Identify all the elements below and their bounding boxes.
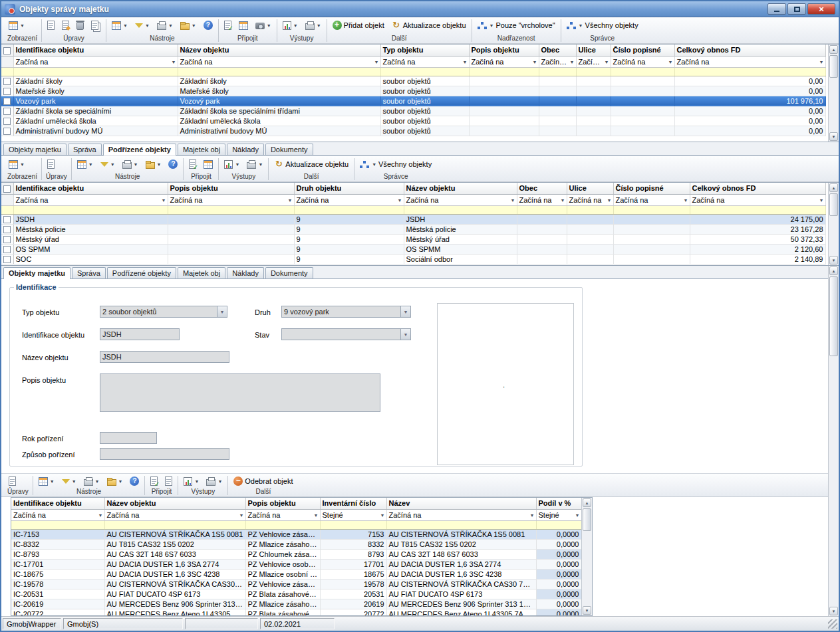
filter-operator-dropdown[interactable]: Začíná na▼ (567, 194, 613, 205)
grid-settings-button[interactable]: ▼ (109, 20, 130, 31)
identifikace-input[interactable]: JSDH (100, 328, 180, 340)
druh-select[interactable]: 9 vozový park▼ (281, 306, 411, 318)
table-row[interactable]: IC-19578AU CISTERNOVÁ STŘÍKAČKA CAS30 7S… (11, 579, 581, 589)
scroll-down-icon[interactable]: ▼ (829, 256, 838, 264)
grid-settings-button[interactable]: ▼ (36, 476, 57, 487)
archive-button[interactable]: ▼ (143, 159, 164, 170)
filter-operator-dropdown[interactable]: Začíná na▼ (517, 194, 567, 205)
column-header[interactable]: Číslo popisné (613, 183, 690, 194)
view-menu-button[interactable]: ▼ (6, 159, 27, 170)
help-button[interactable] (166, 158, 180, 170)
select-all-header[interactable] (1, 183, 13, 194)
archive-button[interactable]: ▼ (178, 20, 199, 31)
filter-button[interactable]: ▼ (132, 21, 152, 29)
tab-objekty-majetku[interactable]: Objekty majetku (3, 144, 67, 155)
filter-input-cell[interactable] (611, 67, 674, 76)
tab-naklady[interactable]: Náklady (227, 144, 264, 155)
attach-table-button[interactable] (236, 20, 251, 31)
filter-operator-dropdown[interactable]: Začíná na▼ (178, 56, 380, 67)
column-header[interactable]: Název objektu (404, 183, 517, 194)
row-checkbox[interactable] (3, 216, 11, 223)
filter-operator-dropdown[interactable]: Začíná na▼ (690, 194, 825, 205)
filter-input-cell[interactable] (178, 67, 380, 76)
assets-grid-scrollbar[interactable]: ▲ ▼ (581, 498, 592, 615)
row-checkbox[interactable] (3, 236, 11, 243)
tab-majetek-obj[interactable]: Majetek obj (178, 267, 225, 278)
row-checkbox[interactable] (3, 98, 11, 105)
outputs-print-button[interactable]: ▼ (303, 20, 324, 31)
outputs-print-button[interactable]: ▼ (204, 476, 225, 487)
table-row[interactable]: IC-20531AU FIAT DUCATO 4SP 6173PZ Blata … (11, 589, 581, 599)
table-row[interactable]: Městská policie9Městská policie23 167,28 (1, 224, 825, 234)
table-row[interactable]: IC-17701AU DACIA DUSTER 1,6 3SA 2774PZ V… (11, 559, 581, 569)
filter-input-cell[interactable] (294, 205, 404, 214)
table-row[interactable]: Základní umělecká školaZákladní umělecká… (1, 116, 825, 126)
new-record-button[interactable] (45, 19, 57, 31)
tab-objekty-majetku[interactable]: Objekty majetku (3, 267, 70, 279)
edit-record-button[interactable] (59, 19, 72, 31)
column-header[interactable]: Název (386, 498, 536, 509)
table-row[interactable]: Základní škola se speciálnímiZákladní šk… (1, 106, 825, 116)
attach-document-button[interactable] (148, 475, 160, 487)
filter-input-cell[interactable] (539, 67, 576, 76)
attach-image-button[interactable]: ▼ (253, 20, 274, 31)
tab-podrizene-objekty[interactable]: Podřízené objekty (103, 144, 176, 156)
edit-record-button[interactable] (6, 475, 19, 487)
filter-operator-dropdown[interactable]: Začíná na▼ (404, 194, 517, 205)
tab-sprava[interactable]: Správa (72, 267, 106, 278)
update-object-button[interactable]: Aktualizace objektu (389, 19, 469, 31)
filter-input-cell[interactable] (168, 205, 294, 214)
filter-input-cell[interactable] (1, 67, 13, 76)
scroll-up-icon[interactable]: ▲ (583, 498, 591, 507)
filter-input-cell[interactable] (13, 205, 168, 214)
table-row[interactable]: Městský úřad9Městský úřad50 372,33 (1, 234, 825, 244)
scroll-thumb[interactable] (829, 55, 838, 78)
table-row[interactable]: IC-7153AU CISTERNOVÁ STŘÍKAČKA 1S5 0081P… (11, 529, 581, 539)
tab-dokumenty[interactable]: Dokumenty (265, 267, 313, 278)
objects-grid-scrollbar[interactable]: ▲ ▼ (828, 45, 839, 142)
filter-operator-dropdown[interactable]: Začíná na▼ (168, 194, 294, 205)
column-header[interactable]: Identifikace objektu (13, 183, 168, 194)
filter-operator-dropdown[interactable]: Začíná na▼ (294, 194, 404, 205)
filter-operator-dropdown[interactable]: Začíná na▼ (13, 194, 168, 205)
select-all-header[interactable] (1, 45, 13, 56)
column-header[interactable]: Typ objektu (380, 45, 469, 56)
detail-pane-scrollbar[interactable]: ▲ ▼ (828, 266, 839, 616)
attach-table-button[interactable] (201, 159, 215, 170)
filter-operator-dropdown[interactable]: Začíná na▼ (13, 56, 178, 67)
help-button[interactable] (127, 475, 142, 487)
scroll-down-icon[interactable]: ▼ (829, 132, 838, 141)
filter-operator-dropdown[interactable]: Stejné▼ (536, 509, 581, 520)
table-row[interactable]: Základní školyZákladní školysoubor objek… (1, 76, 825, 86)
scroll-thumb[interactable] (829, 276, 838, 356)
table-row[interactable]: JSDH9JSDH24 175,00 (1, 214, 825, 224)
column-header[interactable]: Popis objektu (469, 45, 539, 56)
all-objects-button[interactable]: ▼Všechny objekty (564, 20, 641, 31)
zpusob-porizeni-input[interactable] (100, 448, 229, 460)
table-row[interactable]: IC-18675AU DACIA DUSTER 1,6 3SC 4238PZ M… (11, 569, 581, 579)
select-all-checkbox[interactable] (3, 185, 11, 193)
filter-input-cell[interactable] (386, 520, 536, 529)
outputs-print-button[interactable]: ▼ (244, 159, 265, 170)
update-object-button[interactable]: Aktualizace objektu (271, 158, 351, 170)
column-header[interactable]: Obec (539, 45, 576, 56)
scroll-down-icon[interactable]: ▼ (583, 606, 591, 615)
tab-podrizene-objekty[interactable]: Podřízené objekty (107, 267, 176, 278)
filter-operator-dropdown[interactable]: Začíná na▼ (576, 56, 611, 67)
filter-input-cell[interactable] (404, 205, 517, 214)
scroll-thumb[interactable] (829, 193, 838, 216)
grid-settings-button[interactable]: ▼ (74, 159, 96, 170)
scroll-up-icon[interactable]: ▲ (829, 45, 838, 54)
help-button[interactable] (201, 19, 215, 31)
filter-input-cell[interactable] (690, 205, 825, 214)
attach-document-button[interactable] (221, 19, 234, 31)
table-row[interactable]: IC-20772AU MERCEDES Benz Atego 1L43305 7… (11, 609, 581, 615)
filter-operator-dropdown[interactable]: Začíná na▼ (611, 56, 674, 67)
resize-grip[interactable] (828, 619, 837, 629)
tab-naklady[interactable]: Náklady (227, 267, 264, 278)
tab-sprava[interactable]: Správa (68, 144, 102, 155)
scroll-thumb[interactable] (583, 508, 591, 531)
row-checkbox[interactable] (3, 78, 11, 85)
filter-operator-dropdown[interactable]: Začíná na▼ (11, 509, 104, 520)
table-row[interactable]: OS SPMM9OS SPMM2 120,60 (1, 244, 825, 254)
